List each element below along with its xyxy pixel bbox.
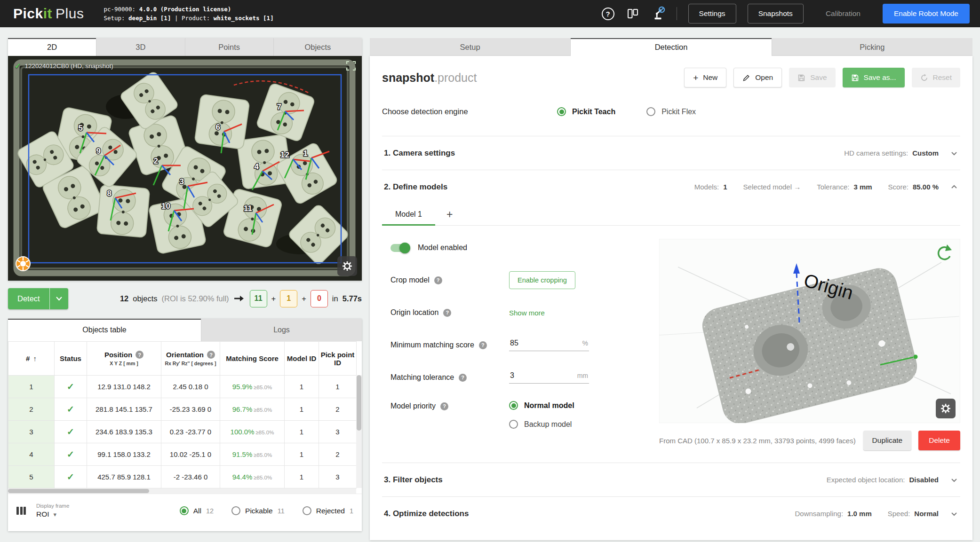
col-number[interactable]: #↑ xyxy=(8,342,55,376)
minimum-matching-score-input[interactable]: 85 % xyxy=(509,339,589,351)
tab-points[interactable]: Points xyxy=(185,38,274,56)
table-row[interactable]: 5 ✓ 425.7 85.9 128.1 -2 -23.46 0 94.4%≥8… xyxy=(8,466,357,488)
display-frame-select[interactable]: ROI ▾ xyxy=(36,510,69,518)
row-pick-point-id: 3 xyxy=(319,466,357,488)
crop-model-help-icon[interactable]: ? xyxy=(434,276,442,284)
chevron-down-icon[interactable] xyxy=(950,149,958,157)
report-columns-icon[interactable] xyxy=(626,7,640,21)
marker-label: 2 xyxy=(154,157,158,165)
tab-2d[interactable]: 2D xyxy=(8,38,96,56)
table-row[interactable]: 1 ✓ 12.9 131.0 148.2 2.45 0.18 0 95.9%≥8… xyxy=(8,376,357,398)
section-optimize-detections[interactable]: 4. Optimize detections Downsampling: 1.0… xyxy=(382,496,960,530)
chevron-down-icon xyxy=(56,296,63,301)
filter-pickable-radio[interactable]: Pickable 11 xyxy=(231,506,285,515)
matching-tolerance-input[interactable]: 3 mm xyxy=(509,371,589,384)
save-button[interactable]: Save xyxy=(789,68,835,87)
engine-pickit-teach-radio[interactable]: Pickit Teach xyxy=(557,107,615,116)
calibration-button[interactable]: Calibration xyxy=(815,4,871,24)
section-camera-settings[interactable]: 1. Camera settings HD camera settings: C… xyxy=(382,136,960,170)
robot-mode-blocked-icon[interactable] xyxy=(651,7,665,21)
duplicate-button[interactable]: Duplicate xyxy=(863,431,912,450)
orientation-help-icon[interactable]: ? xyxy=(207,351,215,359)
section-filter-objects[interactable]: 3. Filter objects Expected object locati… xyxy=(382,463,960,496)
model-controls: Model enabled Crop model ? Enable croppi… xyxy=(382,239,657,450)
detection-engine-row: Choose detection engine Pickit Teach Pic… xyxy=(382,107,960,116)
reset-button[interactable]: Reset xyxy=(912,68,961,87)
filter-all-count: 12 xyxy=(206,507,214,515)
help-icon[interactable]: ? xyxy=(602,8,614,20)
logo-plus: Plus xyxy=(56,6,84,22)
snapshots-button[interactable]: Snapshots xyxy=(748,4,804,24)
filter-all-radio[interactable]: All 12 xyxy=(180,506,214,515)
divider-text: | xyxy=(171,15,182,22)
priority-help-icon[interactable]: ? xyxy=(440,402,448,410)
row-score: 96.7% xyxy=(232,405,253,413)
fullscreen-icon[interactable] xyxy=(346,61,356,73)
backup-model-radio[interactable]: Backup model xyxy=(509,420,574,429)
scrollbar-thumb[interactable] xyxy=(8,489,149,493)
row-orientation: -2 -23.46 0 xyxy=(161,466,220,488)
row-number: 4 xyxy=(8,443,55,466)
origin-location-help-icon[interactable]: ? xyxy=(443,309,451,317)
model-settings-grid: Model enabled Crop model ? Enable croppi… xyxy=(382,239,960,450)
open-button[interactable]: Open xyxy=(733,68,782,87)
delete-button[interactable]: Delete xyxy=(918,431,960,450)
enable-robot-mode-button[interactable]: Enable Robot Mode xyxy=(883,4,970,24)
normal-model-radio[interactable]: Normal model xyxy=(509,401,574,410)
show-more-link[interactable]: Show more xyxy=(509,309,545,317)
viewer-settings-gear-icon[interactable] xyxy=(936,399,956,418)
add-model-button[interactable]: + xyxy=(435,204,464,225)
chevron-down-icon[interactable] xyxy=(950,510,958,518)
detect-dropdown-button[interactable] xyxy=(49,288,68,309)
table-row[interactable]: 3 ✓ 234.6 183.9 135.3 0.23 -23.77 0 100.… xyxy=(8,421,357,443)
status-label: Status xyxy=(60,354,81,362)
model-priority-label: Model priority xyxy=(390,402,436,410)
table-row[interactable]: 2 ✓ 281.8 145.1 135.7 -25.23 3.69 0 96.7… xyxy=(8,398,357,421)
detect-button[interactable]: Detect xyxy=(8,288,49,309)
model-tabs: Model 1 + xyxy=(382,204,960,226)
camera-settings-gear-icon[interactable] xyxy=(337,256,357,276)
filter-rejected-radio[interactable]: Rejected 1 xyxy=(303,506,353,515)
min-score-help-icon[interactable]: ? xyxy=(479,341,487,349)
tab-3d[interactable]: 3D xyxy=(96,38,185,56)
tab-setup[interactable]: Setup xyxy=(370,38,571,56)
hd-settings-value: Custom xyxy=(912,149,939,157)
model-enabled-toggle[interactable] xyxy=(390,244,409,252)
tab-objects-table[interactable]: Objects table xyxy=(8,319,201,341)
save-as-button[interactable]: Save as... xyxy=(843,68,905,87)
tab-logs[interactable]: Logs xyxy=(201,319,362,341)
column-visibility-icon[interactable] xyxy=(16,507,26,515)
section-define-models[interactable]: 2. Define models Models: 1 Selected mode… xyxy=(382,170,960,204)
snapshot-aperture-icon[interactable] xyxy=(15,255,32,274)
camera-card: 2D 3D Points Objects xyxy=(8,38,362,281)
tab-detection[interactable]: Detection xyxy=(571,38,772,56)
save-as-label: Save as... xyxy=(864,73,896,82)
setup-label: Setup: xyxy=(104,15,128,22)
tolerance-unit: mm xyxy=(577,372,588,379)
position-help-icon[interactable]: ? xyxy=(135,351,143,359)
model-3d-viewer[interactable]: Origin xyxy=(659,239,960,423)
row-number: 1 xyxy=(8,376,55,398)
tab-model-1[interactable]: Model 1 xyxy=(382,204,435,225)
scrollbar-thumb[interactable] xyxy=(357,375,361,431)
hash-label: # xyxy=(26,354,30,362)
model-point-cloud: Origin xyxy=(659,239,960,423)
chevron-up-icon[interactable] xyxy=(950,183,958,191)
row-position: 99.1 158.0 133.2 xyxy=(87,443,161,466)
camera-view[interactable]: 1 2 3 4 5 6 7 8 9 10 11 12 ✓ xyxy=(8,56,362,281)
tolerance-help-icon[interactable]: ? xyxy=(459,374,467,382)
tab-objects[interactable]: Objects xyxy=(274,38,362,56)
table-vertical-scrollbar[interactable] xyxy=(356,375,362,488)
chevron-down-icon[interactable] xyxy=(950,476,958,484)
topbar-right: ? Settings Snapshots Calibration Enable … xyxy=(602,4,970,24)
settings-button[interactable]: Settings xyxy=(688,4,736,24)
table-row[interactable]: 4 ✓ 99.1 158.0 133.2 10.02 -25.1 0 91.5%… xyxy=(8,443,357,466)
row-position: 425.7 85.9 128.1 xyxy=(87,466,161,488)
model-source-caption: From CAD (100.7 x 85.9 x 23.2 mm, 33793 … xyxy=(659,437,856,445)
tab-picking[interactable]: Picking xyxy=(772,38,972,56)
enable-cropping-button[interactable]: Enable cropping xyxy=(509,271,575,289)
table-horizontal-scrollbar[interactable] xyxy=(8,488,356,494)
engine-pickit-flex-radio[interactable]: Pickit Flex xyxy=(646,107,696,116)
row-model-id: 1 xyxy=(285,398,319,421)
new-button[interactable]: + New xyxy=(684,68,726,87)
